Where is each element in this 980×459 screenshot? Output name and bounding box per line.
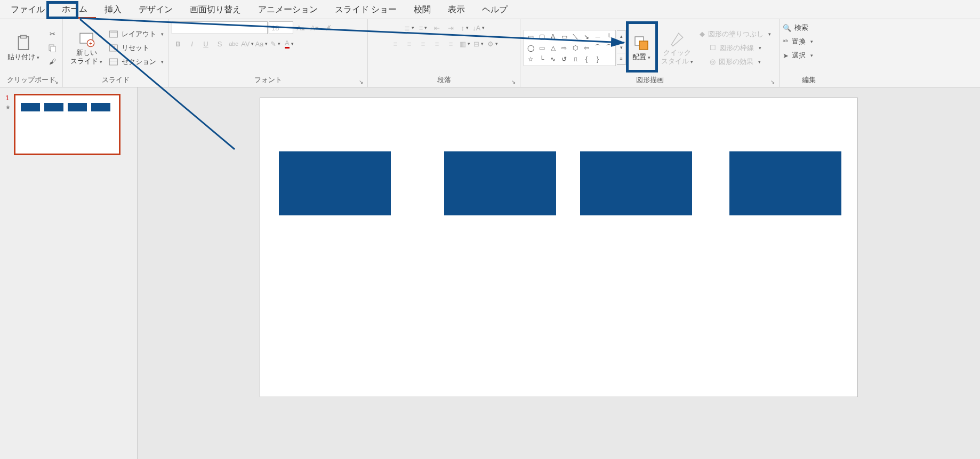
font-size-combo[interactable]: 18 [269,21,293,34]
tab-design[interactable]: デザイン [130,1,181,18]
grow-font-button[interactable]: A▴ [294,21,307,34]
char-spacing-button[interactable]: AV [241,37,254,50]
reset-button[interactable]: リセット [109,42,164,54]
tab-home[interactable]: ホーム [53,1,96,19]
shape-larrow-icon[interactable]: ⇦ [581,43,592,53]
underline-button[interactable]: U [199,37,212,50]
shape-rectangle-4[interactable] [729,151,841,215]
shape-oval-icon[interactable]: ◯ [525,43,536,53]
replace-button[interactable]: ᵃᵇ置換 [783,35,813,48]
align-center-button[interactable]: ≡ [403,37,416,50]
gallery-up-icon[interactable]: ▴ [617,31,625,42]
search-icon: 🔍 [783,24,791,32]
tab-help[interactable]: ヘルプ [473,1,516,18]
font-color-button[interactable]: A [283,37,295,50]
shape-loop-icon[interactable]: ↺ [559,54,569,65]
shape-rectangle-3[interactable] [580,151,692,215]
numbering-button[interactable]: ≡ [417,21,430,34]
shape-outline-button[interactable]: ☐図形の枠線 [700,42,771,54]
dialog-launcher-font[interactable]: ↘ [359,79,365,85]
shape-triangle-icon[interactable]: △ [548,43,558,53]
thumbnail-pane[interactable]: 1 ★ [0,87,138,459]
shape-rectangle-2[interactable] [444,151,556,215]
shape-brace-r-icon[interactable]: } [592,54,603,65]
quick-styles-button[interactable]: クイック スタイル [657,29,697,66]
font-name-combo[interactable] [172,21,268,34]
new-slide-button[interactable]: + 新しい スライド [66,29,107,66]
layout-button[interactable]: レイアウト [109,28,164,41]
shape-effects-button[interactable]: ◎図形の効果 [700,55,771,68]
select-button[interactable]: ➤選択 [783,49,813,62]
shape-star-icon[interactable]: ☆ [525,54,536,65]
shapes-gallery[interactable]: ▭ ▢ A ▭ ＼ ↘ ─ └ ◯ ▭ △ ⇨ ⬡ ⇦ ⌒ ⌒ ☆ [524,30,616,66]
tab-view[interactable]: 表示 [439,1,473,18]
shape-corner-icon[interactable]: └ [536,54,547,65]
shape-connector2-icon[interactable]: ⎍ [570,54,581,65]
highlight-color-button[interactable]: ✎ [269,37,282,50]
gallery-down-icon[interactable]: ▾ [617,42,625,53]
increase-indent-button[interactable]: ⇥ [445,21,457,34]
find-button[interactable]: 🔍検索 [783,21,810,34]
clear-formatting-button[interactable]: A̸ [322,21,335,34]
smartart-button[interactable]: ⚙ [486,37,499,50]
justify-button[interactable]: ≡ [431,37,444,50]
shape-line2-icon[interactable]: ─ [592,31,603,42]
bullets-button[interactable]: ≣ [403,21,416,34]
slide-editor-area[interactable] [138,87,980,459]
slide-number: 1 [5,94,9,102]
shape-curve-icon[interactable]: ∿ [548,54,558,65]
quick-styles-icon [669,30,686,47]
line-spacing-icon: ↕ [461,24,464,32]
arrange-label: 配置 [632,53,650,61]
shape-hexagon-icon[interactable]: ⬡ [570,43,581,53]
dialog-launcher-clipboard[interactable]: ↘ [54,79,60,85]
section-button[interactable]: セクション [109,55,164,68]
paste-button[interactable]: 貼り付け [3,34,44,62]
text-shadow-button[interactable]: S [213,37,226,50]
shape-more-icon[interactable] [604,54,614,65]
text-direction-button[interactable]: ↓A [472,21,485,34]
tab-insert[interactable]: 挿入 [96,1,130,18]
copy-button[interactable] [46,42,59,54]
bold-button[interactable]: B [172,37,184,50]
shape-textbox-icon[interactable]: A [548,31,558,42]
shape-arc2-icon[interactable]: ⌒ [604,43,614,53]
change-case-button[interactable]: Aa [255,37,268,50]
shape-connector-icon[interactable]: └ [604,31,614,42]
decrease-indent-button[interactable]: ⇤ [431,21,444,34]
slide-canvas[interactable] [260,98,857,397]
shape-textbox2-icon[interactable]: ▭ [559,31,569,42]
shape-rectangle-icon[interactable]: ▭ [525,31,536,42]
shrink-font-button[interactable]: A▾ [308,21,321,34]
shape-brace-l-icon[interactable]: { [581,54,592,65]
tab-transitions[interactable]: 画面切り替え [181,1,250,18]
shape-rect2-icon[interactable]: ▭ [536,43,547,53]
columns-button[interactable]: ▥ [459,37,471,50]
cut-button[interactable]: ✂ [46,28,59,41]
format-painter-button[interactable]: 🖌 [46,55,59,68]
shape-rounded-rect-icon[interactable]: ▢ [536,31,547,42]
strikethrough-button[interactable]: abc [227,37,240,50]
shape-fill-button[interactable]: ◆図形の塗りつぶし [700,28,771,41]
shape-rarrow-icon[interactable]: ⇨ [559,43,569,53]
distribute-button[interactable]: ≡ [445,37,457,50]
align-right-button[interactable]: ≡ [417,37,430,50]
shape-line-icon[interactable]: ＼ [570,31,581,42]
shape-rectangle-1[interactable] [279,151,391,215]
italic-button[interactable]: I [186,37,198,50]
line-spacing-button[interactable]: ↕ [459,21,471,34]
shapes-gallery-scroll[interactable]: ▴ ▾ ≡ [617,30,626,65]
shape-arc-icon[interactable]: ⌒ [592,43,603,53]
dialog-launcher-paragraph[interactable]: ↘ [511,79,518,85]
gallery-more-icon[interactable]: ≡ [617,53,625,65]
tab-slideshow[interactable]: スライド ショー [326,1,405,18]
shape-arrow-line-icon[interactable]: ↘ [581,31,592,42]
dialog-launcher-drawing[interactable]: ↘ [770,79,777,85]
slide-thumbnail-1[interactable] [14,94,121,155]
align-left-button[interactable]: ≡ [389,37,402,50]
tab-file[interactable]: ファイル [2,1,53,18]
tab-animations[interactable]: アニメーション [250,1,326,18]
align-text-button[interactable]: ⊟ [472,37,485,50]
tab-review[interactable]: 校閲 [405,1,439,18]
arrange-button[interactable]: 配置 [628,34,655,62]
